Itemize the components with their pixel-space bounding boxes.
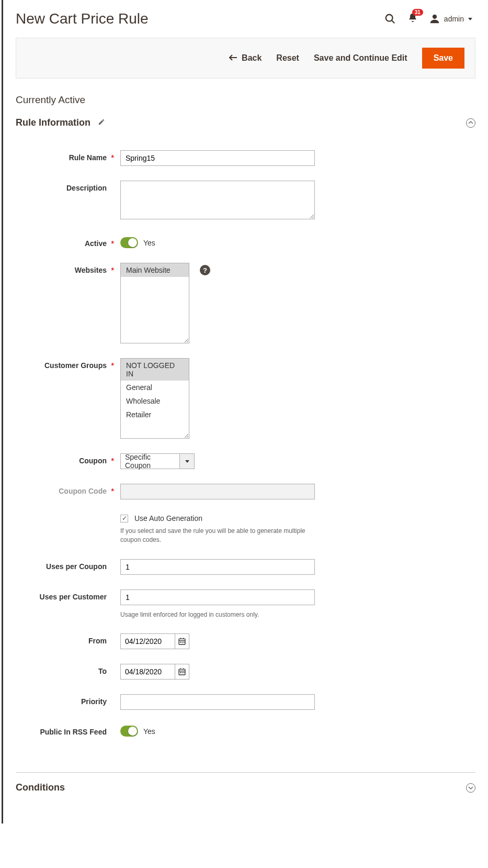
- rule-name-label: Rule Name: [16, 150, 120, 162]
- section-title: Conditions: [16, 782, 65, 793]
- to-date-input[interactable]: [120, 664, 175, 680]
- user-menu[interactable]: admin: [429, 14, 472, 24]
- coupon-value: Specific Coupon: [120, 453, 180, 469]
- rule-name-input[interactable]: [120, 150, 315, 166]
- collapse-icon[interactable]: [466, 118, 475, 128]
- save-button[interactable]: Save: [422, 48, 464, 69]
- calendar-icon[interactable]: [175, 633, 189, 649]
- websites-label: Websites: [16, 263, 120, 274]
- reset-button[interactable]: Reset: [276, 53, 299, 63]
- notifications-icon[interactable]: 31: [407, 12, 418, 26]
- notification-badge: 31: [412, 9, 423, 16]
- search-icon[interactable]: [384, 13, 396, 25]
- action-bar: Back Reset Save and Continue Edit Save: [16, 38, 475, 79]
- chevron-down-icon[interactable]: [180, 453, 195, 469]
- rss-label: Public In RSS Feed: [16, 725, 120, 736]
- status-text: Currently Active: [3, 79, 488, 111]
- coupon-code-label: Coupon Code: [16, 484, 120, 495]
- to-label: To: [16, 664, 120, 675]
- coupon-label: Coupon: [16, 453, 120, 465]
- auto-generation-note: If you select and save the rule you will…: [120, 527, 314, 544]
- uses-per-coupon-label: Uses per Coupon: [16, 559, 120, 571]
- svg-point-0: [386, 15, 393, 21]
- svg-rect-16: [181, 672, 183, 673]
- expand-icon[interactable]: [466, 783, 475, 793]
- priority-input[interactable]: [120, 694, 315, 710]
- cg-option-1[interactable]: General: [121, 381, 189, 394]
- section-title: Rule Information: [16, 117, 90, 128]
- section-conditions[interactable]: Conditions: [16, 772, 475, 803]
- from-label: From: [16, 633, 120, 645]
- uses-per-customer-note: Usage limit enforced for logged in custo…: [120, 610, 314, 619]
- back-button[interactable]: Back: [229, 53, 262, 63]
- svg-point-2: [433, 15, 437, 19]
- coupon-select[interactable]: Specific Coupon: [120, 453, 195, 469]
- active-label: Active: [16, 236, 120, 248]
- priority-label: Priority: [16, 694, 120, 706]
- uses-per-coupon-input[interactable]: [120, 559, 315, 575]
- pencil-icon: [98, 118, 105, 128]
- svg-rect-9: [181, 642, 183, 643]
- websites-option[interactable]: Main Website: [121, 263, 189, 277]
- svg-rect-15: [180, 672, 181, 673]
- save-continue-button[interactable]: Save and Continue Edit: [314, 53, 407, 63]
- cg-option-0[interactable]: NOT LOGGED IN: [121, 359, 189, 381]
- cg-option-2[interactable]: Wholesale: [121, 394, 189, 408]
- active-state: Yes: [143, 239, 155, 247]
- arrow-left-icon: [229, 53, 237, 63]
- customer-groups-select[interactable]: NOT LOGGED IN General Wholesale Retailer: [120, 358, 189, 439]
- coupon-code-input: [120, 484, 315, 499]
- user-icon: [429, 14, 440, 24]
- chevron-down-icon: [468, 18, 472, 20]
- description-input[interactable]: [120, 181, 315, 219]
- cg-option-3[interactable]: Retailer: [121, 408, 189, 421]
- page-title: New Cart Price Rule: [16, 10, 149, 27]
- calendar-icon[interactable]: [175, 664, 189, 680]
- description-label: Description: [16, 181, 120, 192]
- rss-toggle[interactable]: [120, 726, 138, 737]
- section-rule-information[interactable]: Rule Information: [3, 111, 488, 135]
- svg-rect-10: [184, 642, 185, 643]
- uses-per-customer-label: Uses per Customer: [16, 589, 120, 601]
- rss-state: Yes: [143, 727, 155, 736]
- websites-select[interactable]: Main Website: [120, 263, 189, 343]
- customer-groups-label: Customer Groups: [16, 358, 120, 370]
- user-name: admin: [444, 15, 464, 23]
- uses-per-customer-input[interactable]: [120, 589, 315, 605]
- svg-line-1: [392, 20, 395, 24]
- auto-generation-label: Use Auto Generation: [134, 514, 202, 522]
- svg-rect-8: [180, 642, 181, 643]
- from-date-input[interactable]: [120, 633, 175, 649]
- auto-generation-checkbox[interactable]: [120, 515, 128, 522]
- active-toggle[interactable]: [120, 237, 138, 248]
- help-icon[interactable]: ?: [200, 265, 210, 275]
- svg-rect-17: [184, 672, 185, 673]
